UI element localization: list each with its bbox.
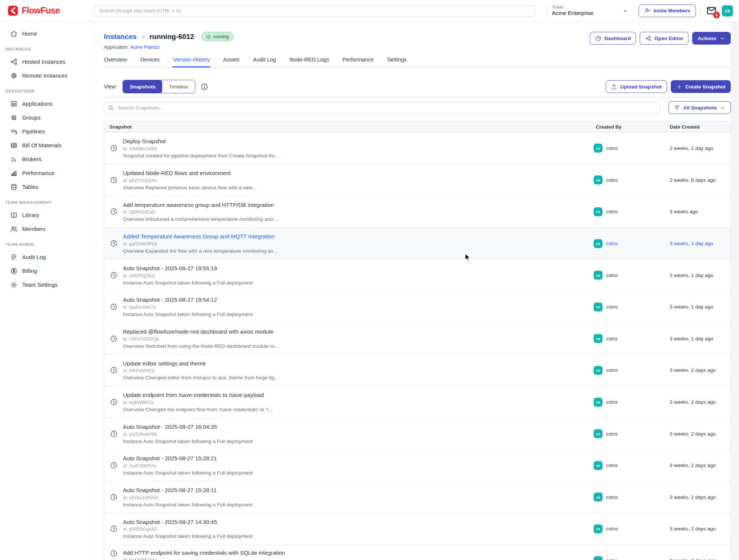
user-avatar[interactable]: cs (722, 5, 733, 16)
tab-overview[interactable]: Overview (104, 56, 127, 67)
sidebar-item-members[interactable]: Members (0, 222, 94, 236)
status-badge-label: running (213, 34, 229, 39)
sidebar-item-label: Applications (22, 100, 52, 107)
created-by-name: cstns (606, 431, 618, 437)
table-row[interactable]: Updated Node-RED flows and environmentid… (104, 164, 730, 196)
table-row[interactable]: Update endpoint from /save-credentials t… (104, 386, 730, 418)
snapshot-filter-label: All Snapshots (683, 105, 717, 111)
tab-devices[interactable]: Devices (140, 56, 160, 67)
date-created-cell: 3 weeks, 1 day ago (664, 291, 730, 323)
open-editor-button-label: Open Editor (654, 36, 683, 41)
tab-node-red-logs[interactable]: Node-RED Logs (289, 56, 329, 67)
snapshot-cell: Auto Snapshot - 2025-08-27 14:30:45id: y… (104, 513, 591, 545)
snapshot-title: Replaced @flowfuse/node-red-dashboard wi… (123, 328, 279, 335)
sidebar-section-label-instances: INSTANCES (0, 40, 94, 55)
snapshot-description: Instance Auto Snapshot taken following a… (123, 280, 253, 286)
audit-log-icon (10, 253, 18, 261)
view-option-timeline[interactable]: Timeline (162, 80, 195, 93)
chevron-right-icon (140, 33, 147, 40)
sidebar-item-hosted-instances[interactable]: Hosted Instances (0, 55, 94, 69)
date-created-cell: 2 weeks, 1 day ago (664, 132, 730, 164)
table-row[interactable]: Add temperature awareness group and HTTP… (104, 196, 730, 228)
snapshot-title: Auto Snapshot - 2025-08-27 15:28:11 (123, 487, 253, 494)
clock-icon (110, 271, 118, 279)
table-row[interactable]: Auto Snapshot - 2025-08-27 14:30:45id: y… (104, 513, 730, 545)
actions-button[interactable]: Actions (692, 32, 731, 45)
sidebar-item-home[interactable]: Home (0, 27, 94, 40)
snapshot-id: id: YWVPzN0PQb (123, 337, 279, 342)
sidebar-item-brokers[interactable]: Brokers (0, 152, 94, 166)
snapshot-id: id: eojkWlBPZa (123, 400, 273, 405)
notifications-button[interactable]: 5 (706, 5, 717, 16)
tab-performance[interactable]: Performance (342, 56, 374, 67)
snapshot-table: Snapshot Created By Date Created Deploy … (104, 121, 731, 560)
application-link[interactable]: Acme Plantzz (130, 44, 160, 50)
table-row[interactable]: Auto Snapshot - 2025-08-27 19:54:12id: 0… (104, 291, 730, 323)
chevron-down-icon (622, 8, 628, 14)
snapshot-cell: Add temperature awareness group and HTTP… (104, 196, 591, 228)
sidebar-item-pipelines[interactable]: Pipelines (0, 124, 94, 138)
sidebar-item-library[interactable]: Library (0, 208, 94, 222)
snapshot-description: Instance Auto Snapshot taken following a… (123, 502, 253, 508)
sidebar-item-performance[interactable]: Performance (0, 166, 94, 180)
created-by-cell: cscstns (591, 259, 664, 291)
sidebar-item-label: Tables (22, 184, 38, 190)
snapshot-filter-dropdown[interactable]: All Snapshots (669, 101, 731, 114)
info-icon[interactable] (200, 83, 208, 91)
table-row[interactable]: Update editor settings and themeid: AlRP… (104, 354, 730, 386)
snapshot-id: id: aKZPYvEDAn (123, 178, 257, 183)
table-row[interactable]: Auto Snapshot - 2025-08-27 19:55:19id: n… (104, 259, 730, 291)
clock-icon (110, 303, 118, 311)
sidebar-item-label: Audit Log (22, 254, 46, 260)
created-by-name: cstns (606, 494, 618, 500)
view-toggle: SnapshotsTimeline (123, 80, 195, 93)
create-snapshot-button[interactable]: Create Snapshot (671, 80, 731, 93)
table-row[interactable]: Deploy Snapshotid: X3o6Bw1k9WSnapshot cr… (104, 132, 730, 164)
table-row[interactable]: Added Temperature Awareness Group and MQ… (104, 228, 730, 259)
snapshot-cell: Replaced @flowfuse/node-red-dashboard wi… (104, 323, 591, 355)
created-by-name: cstns (606, 304, 618, 310)
snapshot-id: id: yN2DReKP9E (123, 432, 253, 437)
flowfuse-logo[interactable]: FlowFuse (7, 5, 94, 16)
tab-audit-log[interactable]: Audit Log (253, 56, 276, 67)
sidebar-item-label: Pipelines (22, 128, 45, 135)
snapshot-cell: Added Temperature Awareness Group and MQ… (104, 228, 591, 259)
avatar: cs (594, 493, 603, 502)
global-search-input[interactable] (94, 5, 535, 16)
notification-badge: 5 (713, 12, 720, 18)
tab-settings[interactable]: Settings (387, 56, 407, 67)
table-row[interactable]: Auto Snapshot - 2025-08-27 15:28:21id: J… (104, 449, 730, 481)
upload-snapshot-button[interactable]: Upload Snapshot (606, 80, 667, 93)
date-created-cell: 3 weeks, 2 days ago (664, 513, 730, 545)
table-row[interactable]: Add HTTP endpoint for saving credentials… (104, 545, 730, 560)
open-editor-button[interactable]: Open Editor (640, 32, 688, 45)
created-by-cell: cscstns (591, 132, 664, 164)
sidebar-item-bill-of-materials[interactable]: Bill Of Materials (0, 138, 94, 152)
tab-assets[interactable]: Assets (223, 56, 240, 67)
sidebar-item-billing[interactable]: Billing (0, 264, 94, 278)
remote-instances-icon (10, 72, 18, 79)
view-option-snapshots[interactable]: Snapshots (123, 80, 162, 93)
invite-members-button[interactable]: Invite Members (639, 4, 696, 17)
sidebar-item-audit-log[interactable]: Audit Log (0, 250, 94, 264)
sidebar-item-applications[interactable]: Applications (0, 97, 94, 111)
chevron-down-icon (719, 35, 726, 42)
sidebar-item-groups[interactable]: Groups (0, 111, 94, 124)
groups-icon (10, 114, 18, 121)
created-by-cell: cscstns (591, 482, 664, 513)
sidebar-item-remote-instances[interactable]: Remote Instances (0, 69, 94, 82)
snapshot-description: Overview Changed the endpoint flow from … (123, 407, 273, 412)
table-row[interactable]: Auto Snapshot - 2025-08-27 16:04:35id: y… (104, 418, 730, 449)
sidebar-item-tables[interactable]: Tables (0, 180, 94, 194)
team-selector[interactable]: TEAM: Acme Enterprise (552, 5, 628, 16)
tab-version-history[interactable]: Version History (173, 56, 210, 67)
table-row[interactable]: Auto Snapshot - 2025-08-27 15:28:11id: o… (104, 481, 730, 513)
dashboard-button[interactable]: Dashboard (590, 32, 636, 45)
created-by-name: cstns (606, 241, 618, 246)
sidebar-item-team-settings[interactable]: Team Settings (0, 278, 94, 292)
snapshot-cell: Auto Snapshot - 2025-08-27 19:54:12id: 0… (104, 291, 591, 323)
created-by-cell: cscstns (591, 165, 664, 196)
breadcrumb-instances-link[interactable]: Instances (104, 33, 137, 41)
table-row[interactable]: Replaced @flowfuse/node-red-dashboard wi… (104, 323, 730, 355)
snapshot-search-input[interactable] (104, 102, 660, 114)
